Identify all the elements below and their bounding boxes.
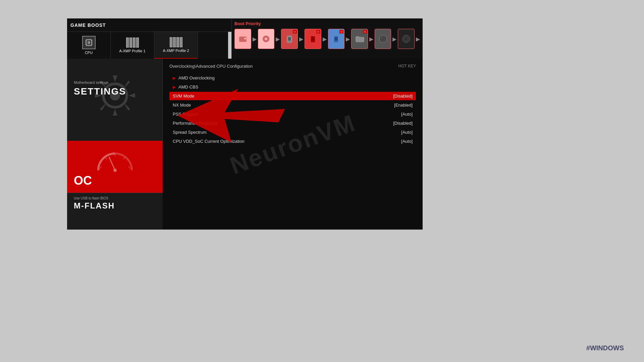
tab-axmp1-label: A-XMP Profile 1 [119,49,145,53]
svg-point-19 [244,38,246,40]
menu-item-svm-mode[interactable]: SVM Mode [Disabled] [169,92,416,100]
svg-line-39 [100,166,102,169]
menu-label-amd-overclocking: AMD Overclocking [178,75,413,80]
boot-device-6-icon [355,34,365,44]
menu-item-amd-cbs[interactable]: ▶ AMD CBS [169,83,416,91]
tabs-row: CPU A-XMP Profile 1 A-XMP Profile 2 [67,32,228,59]
boot-device-1-icon [238,34,248,44]
boot-priority-area: Boot Priority ▶ ▶ U [231,18,423,59]
left-sidebar: Motherboard settings SETTINGS [67,59,163,230]
boot-arrow-7: ▶ [392,36,396,42]
boot-badge-4: U [316,30,320,34]
sidebar-mflash-area[interactable]: Use USB to flash BIOS M-FLASH [67,193,163,230]
svg-line-42 [123,158,125,159]
ram-icon-1 [126,38,139,48]
ram-icon-2 [170,37,182,47]
svg-rect-1 [88,41,90,44]
menu-label-performance-reg: Performance Regulator [173,121,393,126]
tab-cpu-label: CPU [85,51,93,55]
gauge-icon [70,144,159,176]
tab-cpu[interactable]: CPU [67,32,111,59]
outer-wrapper: GAME BOOST [0,0,644,362]
boot-device-2[interactable] [258,29,275,49]
menu-value-pss-support: [Auto] [401,112,413,117]
tab-axmp2[interactable]: A-XMP Profile 2 [154,32,198,59]
menu-item-amd-overclocking[interactable]: ▶ AMD Overclocking [169,74,416,82]
menu-item-spread-spectrum[interactable]: Spread Spectrum [Auto] [169,128,416,136]
boot-arrow-2: ▶ [276,36,280,42]
menu-value-spread-spectrum: [Auto] [401,130,413,135]
sidebar-settings-subtitle: Motherboard settings [74,80,126,84]
svg-rect-28 [335,37,337,41]
menu-value-performance-reg: [Disabled] [393,121,413,126]
boot-badge-6: U [363,30,367,34]
menu-item-cpu-vdd[interactable]: CPU VDD_SoC Current Optimization [Auto] [169,137,416,145]
boot-arrow-8: ▶ [416,36,420,42]
sidebar-oc-area[interactable]: OC [67,141,163,193]
boot-device-2-icon [261,34,271,44]
menu-value-nx-mode: [Enabled] [394,103,413,108]
menu-label-amd-cbs: AMD CBS [178,84,413,89]
main-content: Overclocking\Advanced CPU Configuration … [163,59,423,230]
boot-device-5-icon [331,34,341,44]
boot-device-5[interactable]: U [328,29,345,49]
menu-list: ▶ AMD Overclocking ▶ AMD CBS SVM Mode [D… [169,74,416,145]
boot-arrow-6: ▶ [369,36,373,42]
boot-device-4[interactable]: U [305,29,321,49]
boot-device-4-icon [308,34,318,44]
svg-line-43 [128,166,130,169]
boot-device-8[interactable] [398,29,415,49]
menu-item-nx-mode[interactable]: NX Mode [Enabled] [169,101,416,109]
cpu-svg [84,38,94,47]
arrow-icon-2: ▶ [173,85,176,89]
svg-point-38 [113,169,117,172]
boot-badge-5: U [339,30,343,34]
svg-rect-24 [289,41,290,42]
gauge-svg [95,147,135,174]
menu-value-cpu-vdd: [Auto] [401,139,413,144]
game-boost-label: GAME BOOST [67,22,106,28]
boot-arrow-3: ▶ [299,36,303,42]
menu-item-pss-support[interactable]: PSS Support [Auto] [169,110,416,118]
svg-line-37 [109,157,115,170]
boot-arrow-5: ▶ [346,36,350,42]
svg-rect-23 [288,37,291,41]
boot-device-1[interactable] [234,29,251,49]
menu-label-pss-support: PSS Support [173,112,401,117]
sidebar-settings-title: SETTINGS [74,86,126,97]
menu-label-spread-spectrum: Spread Spectrum [173,130,401,135]
boot-device-8-icon [401,34,411,44]
svg-rect-26 [312,37,314,41]
windows-tag: #WINDOWS [586,344,624,352]
cpu-icon [82,36,96,49]
boot-devices-row: ▶ ▶ U ▶ U [234,29,420,49]
reflection-area [67,230,423,266]
breadcrumb: Overclocking\Advanced CPU Configuration [169,64,416,69]
svg-point-34 [406,39,407,40]
mflash-title: M-FLASH [74,201,156,210]
hotkey-label: HOT KEY [398,64,416,68]
boot-arrow-4: ▶ [323,36,327,42]
tab-axmp1[interactable]: A-XMP Profile 1 [111,32,154,59]
boot-badge-3: U [293,30,297,34]
boot-device-7-icon [378,34,388,44]
mflash-subtitle: Use USB to flash BIOS [74,196,156,200]
menu-item-performance-reg[interactable]: Performance Regulator [Disabled] [169,119,416,127]
menu-value-svm-mode: [Disabled] [393,94,413,99]
boot-device-7[interactable] [375,29,391,49]
menu-label-nx-mode: NX Mode [173,103,394,108]
boot-device-3[interactable]: U [281,29,298,49]
tab-axmp2-label: A-XMP Profile 2 [163,49,189,53]
svg-point-21 [265,38,267,40]
svg-point-31 [382,39,383,40]
boot-device-6[interactable]: U [351,29,368,49]
boot-device-3-icon [284,34,294,44]
boot-arrow-1: ▶ [253,36,257,42]
arrow-icon-1: ▶ [173,76,176,80]
svg-line-40 [105,158,107,159]
menu-label-cpu-vdd: CPU VDD_SoC Current Optimization [173,139,401,144]
boot-priority-title: Boot Priority [234,21,420,26]
menu-label-svm-mode: SVM Mode [173,94,393,99]
sidebar-settings-section: Motherboard settings SETTINGS [67,75,133,102]
